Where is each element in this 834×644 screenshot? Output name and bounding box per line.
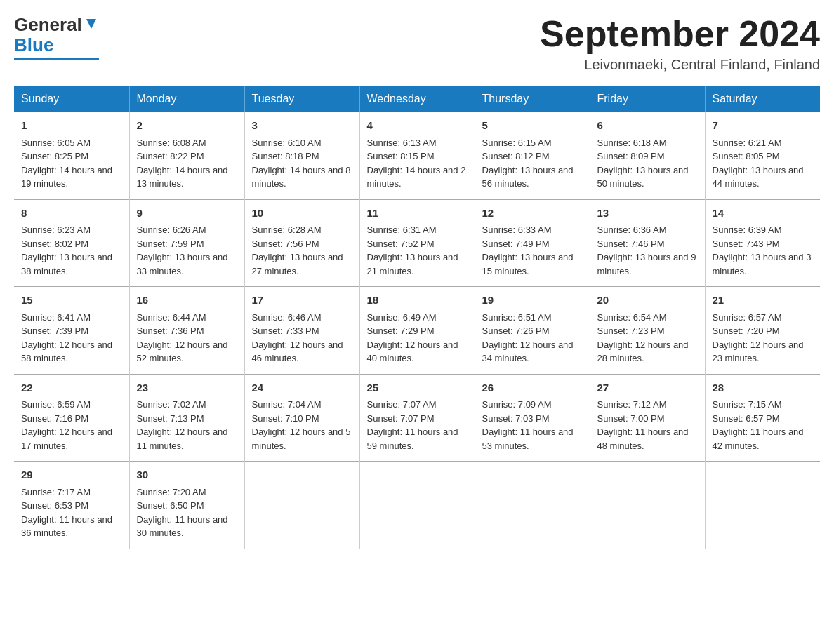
sunrise-text: Sunrise: 6:18 AM [597,136,698,150]
logo-general: General [14,14,82,36]
sunset-text: Sunset: 6:53 PM [21,499,122,513]
calendar-cell: 6Sunrise: 6:18 AMSunset: 8:09 PMDaylight… [590,112,705,199]
daylight-text: Daylight: 12 hours and 23 minutes. [713,338,814,365]
sunrise-text: Sunrise: 6:49 AM [367,311,468,325]
sunrise-text: Sunrise: 6:13 AM [367,136,468,150]
calendar-cell: 22Sunrise: 6:59 AMSunset: 7:16 PMDayligh… [14,374,129,462]
sunrise-text: Sunrise: 7:20 AM [137,485,237,499]
daylight-text: Daylight: 14 hours and 8 minutes. [252,163,352,191]
day-number: 29 [21,467,122,483]
sunset-text: Sunset: 7:20 PM [713,324,814,338]
day-number: 11 [367,206,468,222]
sunrise-text: Sunrise: 6:08 AM [137,136,237,150]
daylight-text: Daylight: 13 hours and 44 minutes. [713,163,814,191]
sunrise-text: Sunrise: 6:57 AM [713,311,814,325]
day-number: 13 [597,206,698,222]
calendar-cell: 9Sunrise: 6:26 AMSunset: 7:59 PMDaylight… [129,199,244,287]
daylight-text: Daylight: 12 hours and 28 minutes. [597,338,698,365]
svg-marker-0 [86,19,96,29]
sunrise-text: Sunrise: 7:07 AM [367,398,468,412]
day-number: 6 [597,118,698,134]
title-section: September 2024 Leivonmaeki, Central Finl… [540,14,820,73]
calendar-cell: 21Sunrise: 6:57 AMSunset: 7:20 PMDayligh… [705,287,820,375]
weekday-header-wednesday: Wednesday [359,86,475,112]
daylight-text: Daylight: 12 hours and 34 minutes. [482,338,583,365]
sunrise-text: Sunrise: 6:28 AM [252,223,352,237]
day-number: 28 [713,380,814,396]
daylight-text: Daylight: 11 hours and 48 minutes. [597,425,698,452]
calendar-week-1: 1Sunrise: 6:05 AMSunset: 8:25 PMDaylight… [14,112,820,199]
sunrise-text: Sunrise: 6:33 AM [482,223,583,237]
calendar-cell: 5Sunrise: 6:15 AMSunset: 8:12 PMDaylight… [475,112,590,199]
calendar-cell: 27Sunrise: 7:12 AMSunset: 7:00 PMDayligh… [590,374,705,462]
sunset-text: Sunset: 6:50 PM [137,499,237,513]
logo: General Blue [14,14,99,60]
sunset-text: Sunset: 7:39 PM [21,324,122,338]
day-number: 26 [482,380,583,396]
sunrise-text: Sunrise: 7:15 AM [713,398,814,412]
weekday-header-saturday: Saturday [705,86,820,112]
calendar-cell: 16Sunrise: 6:44 AMSunset: 7:36 PMDayligh… [129,287,244,375]
sunset-text: Sunset: 7:59 PM [137,237,237,251]
day-number: 30 [137,467,237,483]
calendar-cell: 1Sunrise: 6:05 AMSunset: 8:25 PMDaylight… [14,112,129,199]
day-number: 9 [137,206,237,222]
sunrise-text: Sunrise: 6:51 AM [482,311,583,325]
sunrise-text: Sunrise: 6:15 AM [482,136,583,150]
weekday-header-friday: Friday [590,86,705,112]
sunrise-text: Sunrise: 6:23 AM [21,223,122,237]
sunrise-text: Sunrise: 7:02 AM [137,398,237,412]
calendar-cell: 7Sunrise: 6:21 AMSunset: 8:05 PMDaylight… [705,112,820,199]
calendar-cell: 15Sunrise: 6:41 AMSunset: 7:39 PMDayligh… [14,287,129,375]
sunset-text: Sunset: 8:22 PM [137,149,237,163]
sunrise-text: Sunrise: 6:46 AM [252,311,352,325]
calendar-cell: 2Sunrise: 6:08 AMSunset: 8:22 PMDaylight… [129,112,244,199]
day-number: 12 [482,206,583,222]
day-number: 19 [482,293,583,309]
daylight-text: Daylight: 13 hours and 27 minutes. [252,250,352,278]
calendar-cell: 11Sunrise: 6:31 AMSunset: 7:52 PMDayligh… [359,199,475,287]
day-number: 18 [367,293,468,309]
logo-triangle-icon [84,16,99,32]
daylight-text: Daylight: 13 hours and 3 minutes. [713,250,814,278]
sunset-text: Sunset: 8:05 PM [713,149,814,163]
daylight-text: Daylight: 13 hours and 21 minutes. [367,250,468,278]
sunset-text: Sunset: 8:02 PM [21,237,122,251]
calendar-cell: 4Sunrise: 6:13 AMSunset: 8:15 PMDaylight… [359,112,475,199]
calendar-cell: 10Sunrise: 6:28 AMSunset: 7:56 PMDayligh… [244,199,359,287]
page-header: General Blue September 2024 Leivonmaeki,… [14,14,820,73]
day-number: 10 [252,206,352,222]
calendar-cell [244,462,359,549]
calendar-week-2: 8Sunrise: 6:23 AMSunset: 8:02 PMDaylight… [14,199,820,287]
sunset-text: Sunset: 7:10 PM [252,412,352,426]
day-number: 20 [597,293,698,309]
sunset-text: Sunset: 7:23 PM [597,324,698,338]
calendar-cell: 14Sunrise: 6:39 AMSunset: 7:43 PMDayligh… [705,199,820,287]
sunset-text: Sunset: 7:00 PM [597,412,698,426]
weekday-header-thursday: Thursday [475,86,590,112]
daylight-text: Daylight: 14 hours and 19 minutes. [21,163,122,191]
sunrise-text: Sunrise: 6:05 AM [21,136,122,150]
weekday-header-row: SundayMondayTuesdayWednesdayThursdayFrid… [14,86,820,112]
calendar-cell: 25Sunrise: 7:07 AMSunset: 7:07 PMDayligh… [359,374,475,462]
month-title: September 2024 [540,14,820,54]
day-number: 25 [367,380,468,396]
day-number: 5 [482,118,583,134]
daylight-text: Daylight: 12 hours and 5 minutes. [252,425,352,452]
day-number: 15 [21,293,122,309]
day-number: 2 [137,118,237,134]
daylight-text: Daylight: 11 hours and 53 minutes. [482,425,583,452]
sunset-text: Sunset: 8:09 PM [597,149,698,163]
sunrise-text: Sunrise: 6:44 AM [137,311,237,325]
calendar-cell: 19Sunrise: 6:51 AMSunset: 7:26 PMDayligh… [475,287,590,375]
calendar-table: SundayMondayTuesdayWednesdayThursdayFrid… [14,86,820,549]
day-number: 8 [21,206,122,222]
sunset-text: Sunset: 7:49 PM [482,237,583,251]
sunset-text: Sunset: 7:56 PM [252,237,352,251]
sunset-text: Sunset: 7:29 PM [367,324,468,338]
day-number: 17 [252,293,352,309]
daylight-text: Daylight: 11 hours and 42 minutes. [713,425,814,452]
weekday-header-monday: Monday [129,86,244,112]
sunset-text: Sunset: 7:43 PM [713,237,814,251]
day-number: 24 [252,380,352,396]
